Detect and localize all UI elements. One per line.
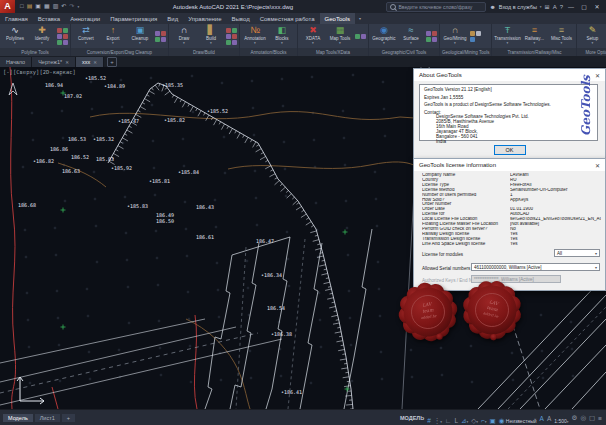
ribbon-button-map-tools[interactable]: ▦Map Tools▾ [327, 25, 353, 48]
menu-tab-вид[interactable]: Вид [162, 13, 183, 24]
mini-tool-icon[interactable] [426, 37, 431, 42]
ribbon-group-label[interactable]: Draw/Build [169, 48, 239, 56]
mini-tool-icon[interactable] [57, 40, 62, 45]
ribbon-button-setup[interactable]: ✎Setup▾ [579, 25, 605, 48]
autodesk-alert-icon[interactable]: A [553, 4, 557, 10]
new-drawing-tab-button[interactable]: + [107, 57, 117, 67]
file-tab-начало[interactable]: Начало [0, 57, 32, 67]
ribbon-button-transmission[interactable]: ŦTransmission▾ [494, 25, 520, 48]
help-icon[interactable]: ? [560, 4, 563, 10]
customize-icon[interactable]: ≡ [598, 415, 602, 422]
about-ok-button[interactable]: OK [494, 145, 526, 155]
snap-icon[interactable]: ⋮▾ [434, 409, 442, 425]
mini-tool-icon[interactable] [161, 31, 166, 36]
ribbon-button-draw[interactable]: ∩Draw▾ [171, 25, 197, 48]
ribbon-button-misc-tools[interactable]: ≡Misc Tools▾ [548, 25, 574, 48]
app-store-icon[interactable]: ⊞ [545, 3, 550, 10]
save-icon[interactable]: ▣ [35, 0, 41, 13]
annotation-visibility-icon[interactable]: А [540, 415, 544, 422]
annotation-scale-button[interactable]: 1:500▾ [554, 409, 568, 425]
ribbon-button-xdata[interactable]: ✖XDATA▾ [300, 25, 326, 48]
ribbon-button-export[interactable]: ↑Export▾ [100, 25, 126, 48]
osnap-icon[interactable]: ⌐▾ [481, 409, 487, 425]
settings-icon[interactable]: ⚙ [572, 414, 578, 422]
ribbon-button-geographic[interactable]: ◉Geographic▾ [371, 25, 397, 48]
mini-tool-icon[interactable] [226, 34, 231, 39]
menu-tab-аннотации[interactable]: Аннотации [65, 13, 105, 24]
license-dialog-titlebar[interactable]: GeoTools license information ✕ [414, 159, 605, 171]
mini-tool-icon[interactable] [57, 28, 62, 33]
mini-tool-icon[interactable] [361, 34, 366, 39]
signin-button[interactable]: Вход в службы [499, 4, 537, 10]
file-tab-чертеж1[interactable]: Чертеж1*✕ [32, 57, 76, 67]
ribbon-button-geo-mining[interactable]: ∩Geo/Mining▾ [442, 25, 468, 48]
search-input[interactable]: Введите ключевое слово/фразу [386, 2, 486, 12]
ribbon-group-label[interactable]: Annotation/Blocks [240, 48, 297, 56]
ribbon-group-label[interactable]: More Options [577, 48, 606, 56]
menu-tab-вывод[interactable]: Вывод [227, 13, 255, 24]
mini-tool-icon[interactable] [232, 40, 237, 45]
mini-tool-icon[interactable] [57, 34, 62, 39]
undo-icon[interactable]: ↶ [61, 0, 66, 13]
open-file-icon[interactable]: ▤ [27, 0, 33, 13]
layout-tab-модель[interactable]: Модель [3, 414, 33, 422]
print-icon[interactable]: ▥ [53, 0, 59, 13]
menu-tab-главная[interactable]: Главная [0, 13, 33, 24]
infer-icon[interactable]: ∟ [445, 409, 451, 425]
mini-tool-icon[interactable] [432, 31, 437, 36]
mini-tool-icon[interactable] [470, 31, 475, 36]
ribbon-group-label[interactable]: Geological/Mining Tools [440, 48, 491, 56]
menu-tab-geotools[interactable]: GeoTools [320, 13, 355, 24]
file-tab-close-icon[interactable]: ✕ [65, 60, 69, 65]
minimize-button[interactable]: — [566, 4, 576, 10]
file-tab-close-icon[interactable]: ✕ [93, 60, 97, 65]
menu-tab-параметризация[interactable]: Параметризация [105, 13, 162, 24]
mini-tool-icon[interactable] [226, 40, 231, 45]
menu-tab-управление[interactable]: Управление [183, 13, 226, 24]
object-snap-icon[interactable]: ▣ [490, 409, 496, 425]
viewport-label[interactable]: [-][Сверху][2D-каркас] [3, 69, 76, 75]
isodraft-icon[interactable]: ◇▾ [471, 409, 478, 425]
modules-select[interactable]: All▾ [554, 249, 600, 257]
close-button[interactable]: ✕ [592, 3, 602, 10]
file-tab-xxx[interactable]: xxx✕ [76, 57, 104, 67]
ribbon-button-surface[interactable]: ≈Surface▾ [398, 25, 424, 48]
mini-tool-icon[interactable] [426, 31, 431, 36]
ribbon-display-caret-icon[interactable]: ▾ [355, 13, 365, 24]
ribbon-group-label[interactable]: Geographic/Civil Tools [369, 48, 439, 56]
grid-icon[interactable]: # [427, 409, 431, 425]
menu-tab-вставка[interactable]: Вставка [33, 13, 65, 24]
mini-tool-icon[interactable] [63, 34, 68, 39]
mini-tool-icon[interactable] [432, 37, 437, 42]
saveas-icon[interactable]: ▦ [44, 0, 50, 13]
new-layout-button[interactable]: + [62, 414, 75, 422]
mini-tool-icon[interactable] [232, 34, 237, 39]
ribbon-button-railway[interactable]: ≡Railway...▾ [521, 25, 547, 48]
ortho-icon[interactable]: L [454, 409, 458, 425]
ribbon-button-convert[interactable]: ⇄Convert▾ [73, 25, 99, 48]
mini-tool-icon[interactable] [476, 31, 481, 36]
ribbon-group-label[interactable]: Map Tools/XData [298, 48, 368, 56]
ribbon-button-polylines[interactable]: ∿Polylines▾ [2, 25, 28, 48]
ribbon-group-label[interactable]: Transmission/Railway/Misc [492, 48, 576, 56]
license-close-icon[interactable]: ✕ [588, 162, 600, 169]
mini-tool-icon[interactable] [355, 34, 360, 39]
mini-tool-icon[interactable] [155, 31, 160, 36]
menu-tab-совместная-работа[interactable]: Совместная работа [255, 13, 320, 24]
mini-tool-icon[interactable] [232, 28, 237, 33]
ribbon-group-label[interactable]: Polyline Tools [0, 48, 70, 56]
ribbon-group-label[interactable]: Conversion/Export/Dwg Cleanup [71, 48, 168, 56]
serial-select[interactable]: 4611000000000, Williams [Active]▾ [471, 263, 600, 271]
autocad-logo-icon[interactable]: A [0, 0, 15, 13]
ribbon-button-identify[interactable]: ✚Identify▾ [29, 25, 55, 48]
mini-tool-icon[interactable] [63, 40, 68, 45]
new-file-icon[interactable]: □ [20, 0, 24, 13]
mini-tool-icon[interactable] [63, 28, 68, 33]
mini-tool-icon[interactable] [161, 37, 166, 42]
clean-screen-icon[interactable]: ▢ [589, 414, 595, 422]
ribbon-button-annotation[interactable]: №Annotation▾ [242, 25, 268, 48]
maximize-button[interactable]: ▢ [579, 3, 589, 10]
about-dialog-titlebar[interactable]: About GeoTools ✕ [414, 69, 605, 81]
mini-tool-icon[interactable] [226, 28, 231, 33]
ribbon-button-blocks[interactable]: ◧Blocks▾ [269, 25, 295, 48]
